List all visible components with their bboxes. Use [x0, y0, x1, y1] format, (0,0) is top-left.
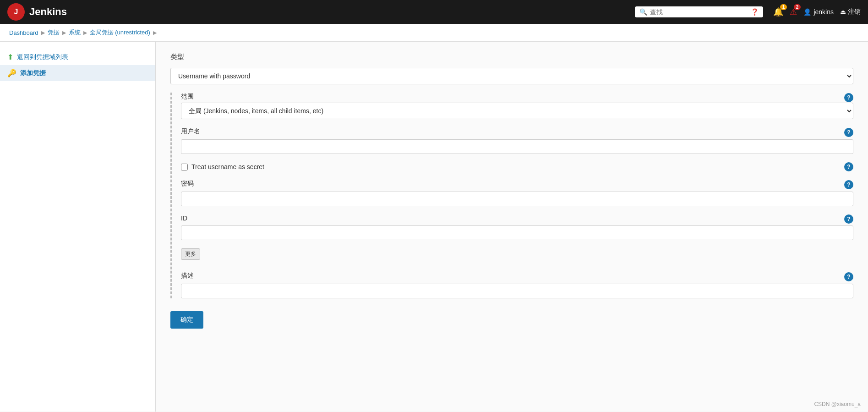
password-help-icon[interactable]: ?: [844, 180, 853, 189]
scope-row: 范围 ?: [181, 93, 853, 103]
header-icons: 🔔 1 ⚠ 2 👤 jenkins ⏏ 注销: [773, 7, 861, 17]
search-bar[interactable]: 🔍 ❓: [635, 6, 763, 17]
username-row: 用户名 ?: [181, 127, 853, 137]
brand-name: Jenkins: [29, 6, 67, 18]
description-label: 描述: [181, 272, 194, 280]
username-label: jenkins: [813, 8, 834, 16]
main-content: 类型 Username with passwordSSH Username wi…: [156, 42, 868, 412]
warnings-button[interactable]: ⚠ 2: [790, 7, 797, 17]
username-help-icon[interactable]: ?: [844, 128, 853, 137]
more-button[interactable]: 更多: [181, 248, 200, 260]
search-icon: 🔍: [639, 8, 647, 16]
logout-button[interactable]: ⏏ 注销: [840, 8, 861, 16]
type-select[interactable]: Username with passwordSSH Username with …: [170, 68, 853, 84]
main-layout: ⬆ 返回到凭据域列表 🔑 添加凭据 类型 Username with passw…: [0, 42, 868, 412]
treat-username-label: Treat username as secret: [191, 163, 264, 170]
description-row: 描述 ?: [181, 272, 853, 282]
header: J Jenkins 🔍 ❓ 🔔 1 ⚠ 2 👤 jenkins ⏏ 注销: [0, 0, 868, 24]
scope-label: 范围: [181, 93, 194, 101]
sidebar-item-back-label: 返回到凭据域列表: [17, 53, 68, 61]
sidebar-item-add-label: 添加凭据: [20, 69, 46, 77]
sidebar-item-back[interactable]: ⬆ 返回到凭据域列表: [0, 49, 155, 65]
up-arrow-icon: ⬆: [7, 53, 13, 61]
type-section: 类型 Username with passwordSSH Username wi…: [170, 53, 853, 84]
inner-form: 范围 ? 全局 (Jenkins, nodes, items, all chil…: [170, 93, 853, 298]
username-field: 用户名 ?: [181, 127, 853, 154]
search-input[interactable]: [650, 8, 748, 16]
notifications-button[interactable]: 🔔 1: [773, 7, 783, 17]
breadcrumb-global[interactable]: 全局凭据 (unrestricted): [90, 28, 150, 37]
breadcrumb-sep-4: ▶: [153, 30, 157, 36]
jenkins-logo-icon: J: [7, 3, 25, 21]
logout-icon: ⏏: [840, 8, 846, 16]
breadcrumb: Dashboard ▶ 凭据 ▶ 系统 ▶ 全局凭据 (unrestricted…: [0, 24, 868, 42]
username-input[interactable]: [181, 139, 853, 154]
id-row: ID ?: [181, 214, 853, 224]
breadcrumb-credentials[interactable]: 凭据: [48, 28, 60, 37]
treat-username-help-icon[interactable]: ?: [844, 162, 853, 171]
password-label: 密码: [181, 180, 194, 188]
watermark: CSDN @xiaomu_a: [814, 401, 861, 407]
password-input[interactable]: [181, 192, 853, 206]
more-section: 更多: [181, 248, 853, 265]
svg-text:J: J: [14, 8, 18, 16]
scope-section: 范围 ? 全局 (Jenkins, nodes, items, all chil…: [181, 93, 853, 119]
id-input[interactable]: [181, 225, 853, 240]
id-label: ID: [181, 214, 187, 222]
warnings-badge: 2: [794, 4, 801, 10]
scope-select[interactable]: 全局 (Jenkins, nodes, items, all child ite…: [181, 103, 853, 119]
username-label: 用户名: [181, 127, 200, 136]
submit-button[interactable]: 确定: [170, 311, 203, 329]
logout-label: 注销: [848, 8, 861, 16]
sidebar: ⬆ 返回到凭据域列表 🔑 添加凭据: [0, 42, 156, 412]
breadcrumb-system[interactable]: 系统: [69, 28, 81, 37]
user-icon: 👤: [803, 8, 811, 16]
description-help-icon[interactable]: ?: [844, 272, 853, 281]
password-field: 密码 ?: [181, 180, 853, 206]
description-input[interactable]: [181, 284, 853, 298]
breadcrumb-sep-1: ▶: [41, 30, 45, 36]
id-field: ID ?: [181, 214, 853, 240]
scope-help-icon[interactable]: ?: [844, 93, 853, 102]
treat-username-row: Treat username as secret ?: [181, 162, 853, 171]
id-help-icon[interactable]: ?: [844, 214, 853, 224]
password-row: 密码 ?: [181, 180, 853, 190]
key-icon: 🔑: [7, 69, 16, 77]
help-circle-icon[interactable]: ❓: [751, 8, 759, 16]
logo[interactable]: J Jenkins: [7, 3, 67, 21]
description-field: 描述 ?: [181, 272, 853, 298]
breadcrumb-sep-2: ▶: [62, 30, 66, 36]
notifications-badge: 1: [780, 4, 787, 10]
breadcrumb-dashboard[interactable]: Dashboard: [9, 29, 38, 36]
breadcrumb-sep-3: ▶: [83, 30, 87, 36]
treat-username-checkbox[interactable]: [181, 164, 188, 170]
type-label: 类型: [170, 53, 853, 64]
sidebar-item-add-credential[interactable]: 🔑 添加凭据: [0, 65, 155, 81]
user-menu[interactable]: 👤 jenkins: [803, 8, 834, 16]
